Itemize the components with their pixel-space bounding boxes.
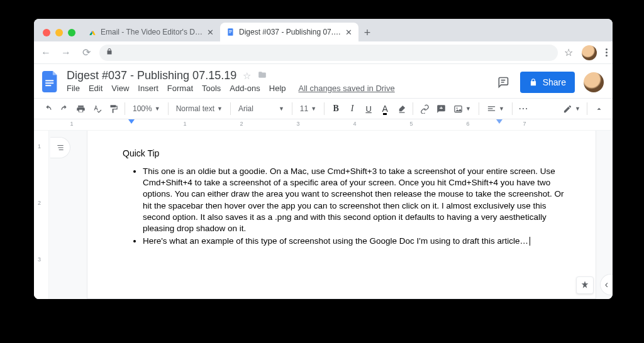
outline-toggle-icon[interactable] (50, 137, 70, 158)
menu-edit[interactable]: Edit (89, 84, 103, 93)
insert-comment-icon[interactable] (433, 101, 448, 116)
insert-link-icon[interactable] (417, 101, 432, 116)
browser-window: Email - The Video Editor's Dige ✕ Digest… (34, 19, 613, 299)
svg-rect-8 (45, 82, 53, 84)
menu-help[interactable]: Help (269, 84, 286, 93)
more-tools-icon[interactable]: ··· (516, 101, 531, 116)
docs-home-icon[interactable] (40, 69, 60, 94)
horizontal-ruler[interactable]: 1 1 2 3 4 5 6 7 (34, 119, 613, 131)
insert-image-icon[interactable]: ▼ (450, 104, 475, 114)
ruler-num: 1 (70, 121, 73, 127)
bold-button[interactable]: B (328, 101, 343, 116)
drive-favicon-icon (88, 28, 97, 36)
tab-strip: Email - The Video Editor's Dige ✕ Digest… (34, 19, 613, 41)
svg-rect-4 (229, 30, 232, 31)
tab-title: Email - The Video Editor's Dige (101, 28, 203, 36)
ruler-num: 5 (409, 121, 413, 127)
svg-rect-14 (440, 107, 443, 108)
hide-menus-icon[interactable] (591, 101, 606, 116)
list-item: This one is an oldie but a goodie. On a … (143, 166, 567, 234)
document-area: 1 2 3 Quick Tip This one is an oldie but… (34, 131, 613, 299)
comments-icon[interactable] (495, 75, 511, 90)
minimize-window-icon[interactable] (55, 29, 63, 36)
chrome-menu-icon[interactable] (606, 48, 608, 57)
paint-format-icon[interactable] (106, 101, 121, 116)
list-item: Here's what an example of this type of s… (143, 236, 567, 247)
ruler-num: 7 (523, 121, 526, 127)
close-tab-icon[interactable]: ✕ (345, 28, 352, 37)
ruler-num: 6 (466, 121, 469, 127)
menu-file[interactable]: File (67, 84, 80, 93)
svg-point-16 (457, 107, 458, 109)
doc-heading: Quick Tip (123, 148, 567, 158)
menu-insert[interactable]: Insert (138, 84, 158, 93)
menu-tools[interactable]: Tools (202, 84, 221, 93)
indent-marker-left[interactable] (128, 119, 135, 124)
svg-rect-6 (229, 33, 231, 33)
share-label: Share (543, 77, 566, 87)
style-select[interactable]: Normal text▼ (172, 104, 226, 113)
window-controls (39, 29, 82, 41)
reload-button[interactable]: ⟳ (79, 46, 93, 58)
document-title[interactable]: Digest #037 - Publishing 07.15.19 (67, 69, 236, 82)
side-panel-toggle-icon[interactable]: ‹ (600, 274, 613, 295)
svg-rect-18 (488, 108, 493, 109)
share-button[interactable]: Share (520, 72, 575, 93)
underline-button[interactable]: U (361, 101, 376, 116)
highlight-button[interactable] (394, 101, 409, 116)
menu-view[interactable]: View (111, 84, 129, 93)
svg-rect-17 (488, 106, 495, 107)
address-bar[interactable] (99, 45, 558, 61)
indent-marker-right[interactable] (496, 119, 502, 124)
ruler-num: 1 (183, 121, 186, 127)
vertical-ruler[interactable]: 1 2 3 (34, 131, 49, 299)
docs-favicon-icon (226, 28, 235, 36)
forward-button[interactable]: → (59, 47, 73, 58)
text-color-button[interactable]: A (377, 101, 392, 116)
profile-avatar[interactable] (582, 45, 597, 60)
tab-title: Digest #037 - Publishing 07.15 (239, 28, 341, 36)
document-page[interactable]: Quick Tip This one is an oldie but a goo… (87, 131, 596, 299)
svg-rect-7 (45, 80, 53, 81)
redo-icon[interactable] (57, 101, 72, 116)
close-window-icon[interactable] (43, 29, 50, 36)
svg-rect-9 (45, 85, 51, 86)
save-status[interactable]: All changes saved in Drive (299, 84, 395, 93)
align-button[interactable]: ▼ (483, 104, 508, 114)
print-icon[interactable] (73, 101, 88, 116)
menu-format[interactable]: Format (167, 84, 193, 93)
text-cursor (530, 237, 530, 246)
doc-bullet-list: This one is an oldie but a goodie. On a … (123, 166, 567, 248)
toolbar-row: ← → ⟳ ☆ (34, 41, 613, 64)
svg-rect-3 (228, 28, 233, 36)
undo-icon[interactable] (40, 101, 55, 116)
close-tab-icon[interactable]: ✕ (207, 28, 214, 37)
new-tab-button[interactable]: + (358, 24, 376, 41)
lock-icon (106, 48, 113, 57)
italic-button[interactable]: I (345, 101, 360, 116)
svg-rect-19 (488, 110, 495, 111)
move-folder-icon[interactable] (257, 70, 267, 81)
svg-marker-2 (89, 33, 92, 35)
back-button[interactable]: ← (39, 47, 53, 58)
font-size-select[interactable]: 11▼ (296, 104, 320, 113)
explore-button[interactable] (576, 276, 594, 294)
format-toolbar: 100%▼ Normal text▼ Arial▼ 11▼ B I U A ▼ … (34, 98, 613, 119)
font-select[interactable]: Arial▼ (235, 104, 288, 113)
menu-bar: File Edit View Insert Format Tools Add-o… (67, 84, 489, 93)
star-icon[interactable]: ☆ (243, 70, 251, 82)
tab-email[interactable]: Email - The Video Editor's Dige ✕ (82, 23, 220, 41)
zoom-select[interactable]: 100%▼ (129, 104, 164, 113)
docs-header: Digest #037 - Publishing 07.15.19 ☆ File… (34, 64, 613, 94)
svg-rect-5 (229, 31, 232, 32)
tab-digest[interactable]: Digest #037 - Publishing 07.15 ✕ (220, 23, 358, 41)
menu-addons[interactable]: Add-ons (230, 84, 260, 93)
bookmark-icon[interactable]: ☆ (564, 46, 573, 58)
account-avatar[interactable] (584, 72, 604, 92)
editing-mode-button[interactable]: ▼ (560, 101, 583, 116)
ruler-num: 2 (240, 121, 243, 127)
ruler-num: 3 (296, 121, 299, 127)
spellcheck-icon[interactable] (89, 101, 104, 116)
ruler-num: 4 (353, 121, 356, 127)
zoom-window-icon[interactable] (68, 29, 75, 36)
